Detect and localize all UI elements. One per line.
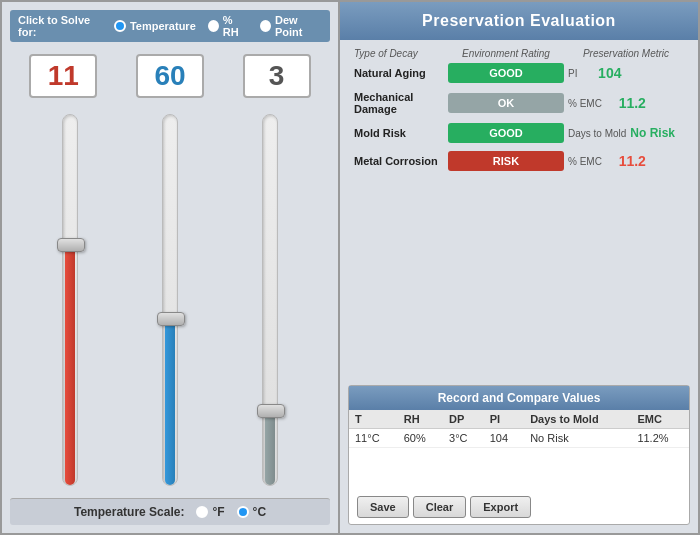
metric-value-mechanical-damage: 11.2 bbox=[606, 95, 646, 111]
radio-temperature[interactable]: Temperature bbox=[114, 20, 196, 32]
col-dp: DP bbox=[443, 410, 484, 429]
temperature-fill bbox=[65, 245, 75, 486]
record-table: T RH DP PI Days to Mold EMC 11°C 60% 3°C… bbox=[349, 410, 689, 448]
radio-dot-c[interactable] bbox=[237, 506, 249, 518]
radio-label-dewpoint: Dew Point bbox=[275, 14, 322, 38]
radio-label-temperature: Temperature bbox=[130, 20, 196, 32]
sliders-row bbox=[10, 110, 330, 490]
metric-label-mechanical-damage: % EMC bbox=[568, 98, 602, 109]
row1-days: No Risk bbox=[524, 429, 631, 448]
dewpoint-slider-track[interactable] bbox=[262, 114, 278, 486]
radio-celsius[interactable]: °C bbox=[237, 505, 266, 519]
clear-button[interactable]: Clear bbox=[413, 496, 467, 518]
col-t: T bbox=[349, 410, 398, 429]
left-panel: Click to Solve for: Temperature % RH Dew… bbox=[0, 0, 340, 535]
row-mold-risk: Mold Risk GOOD Days to Mold No Risk bbox=[350, 123, 688, 143]
col-emc: EMC bbox=[631, 410, 689, 429]
temperature-value[interactable]: 11 bbox=[29, 54, 97, 98]
label-natural-aging: Natural Aging bbox=[354, 67, 444, 79]
header-type: Type of Decay bbox=[354, 48, 444, 59]
radio-dot-temperature[interactable] bbox=[114, 20, 126, 32]
metric-value-natural-aging: 104 bbox=[581, 65, 621, 81]
metric-metal-corrosion: % EMC 11.2 bbox=[568, 153, 684, 169]
metric-natural-aging: PI 104 bbox=[568, 65, 684, 81]
value-inputs-row: 11 60 3 bbox=[10, 54, 330, 98]
row1-emc: 11.2% bbox=[631, 429, 689, 448]
export-button[interactable]: Export bbox=[470, 496, 531, 518]
label-metal-corrosion: Metal Corrosion bbox=[354, 155, 444, 167]
decay-table: Type of Decay Environment Rating Preserv… bbox=[340, 40, 698, 385]
row1-pi: 104 bbox=[484, 429, 524, 448]
header-metric: Preservation Metric bbox=[568, 48, 684, 59]
label-fahrenheit: °F bbox=[212, 505, 224, 519]
radio-dot-f[interactable] bbox=[196, 506, 208, 518]
record-row-1: 11°C 60% 3°C 104 No Risk 11.2% bbox=[349, 429, 689, 448]
metric-label-mold-risk: Days to Mold bbox=[568, 128, 626, 139]
radio-dot-dewpoint[interactable] bbox=[260, 20, 271, 32]
dewpoint-thumb[interactable] bbox=[257, 404, 285, 418]
header-env: Environment Rating bbox=[448, 48, 564, 59]
record-table-header-row: T RH DP PI Days to Mold EMC bbox=[349, 410, 689, 429]
col-rh: RH bbox=[398, 410, 443, 429]
solve-bar: Click to Solve for: Temperature % RH Dew… bbox=[10, 10, 330, 42]
solve-label: Click to Solve for: bbox=[18, 14, 102, 38]
radio-label-rh: % RH bbox=[223, 14, 248, 38]
temp-scale-label: Temperature Scale: bbox=[74, 505, 185, 519]
radio-dewpoint[interactable]: Dew Point bbox=[260, 14, 322, 38]
record-body: T RH DP PI Days to Mold EMC 11°C 60% 3°C… bbox=[349, 410, 689, 490]
rh-slider-container bbox=[145, 110, 195, 490]
badge-mold-risk: GOOD bbox=[448, 123, 564, 143]
metric-label-metal-corrosion: % EMC bbox=[568, 156, 602, 167]
metric-value-metal-corrosion: 11.2 bbox=[606, 153, 646, 169]
rh-thumb[interactable] bbox=[157, 312, 185, 326]
rh-value[interactable]: 60 bbox=[136, 54, 204, 98]
radio-fahrenheit[interactable]: °F bbox=[196, 505, 224, 519]
label-celsius: °C bbox=[253, 505, 266, 519]
rh-fill bbox=[165, 319, 175, 486]
label-mechanical-damage: Mechanical Damage bbox=[354, 91, 444, 115]
record-section: Record and Compare Values T RH DP PI Day… bbox=[348, 385, 690, 525]
col-pi: PI bbox=[484, 410, 524, 429]
row1-dp: 3°C bbox=[443, 429, 484, 448]
metric-label-natural-aging: PI bbox=[568, 68, 577, 79]
metric-mold-risk: Days to Mold No Risk bbox=[568, 126, 684, 140]
row-metal-corrosion: Metal Corrosion RISK % EMC 11.2 bbox=[350, 151, 688, 171]
save-button[interactable]: Save bbox=[357, 496, 409, 518]
temperature-thumb[interactable] bbox=[57, 238, 85, 252]
badge-natural-aging: GOOD bbox=[448, 63, 564, 83]
temperature-slider-track[interactable] bbox=[62, 114, 78, 486]
dewpoint-value[interactable]: 3 bbox=[243, 54, 311, 98]
dewpoint-slider-container bbox=[245, 110, 295, 490]
record-header: Record and Compare Values bbox=[349, 386, 689, 410]
temp-scale-bar: Temperature Scale: °F °C bbox=[10, 498, 330, 525]
temperature-slider-container bbox=[45, 110, 95, 490]
col-days: Days to Mold bbox=[524, 410, 631, 429]
dewpoint-fill bbox=[265, 411, 275, 485]
right-panel: Preservation Evaluation Type of Decay En… bbox=[340, 0, 700, 535]
metric-value-mold-risk: No Risk bbox=[630, 126, 675, 140]
record-buttons: Save Clear Export bbox=[349, 490, 689, 524]
preservation-header: Preservation Evaluation bbox=[340, 2, 698, 40]
rh-slider-track[interactable] bbox=[162, 114, 178, 486]
label-mold-risk: Mold Risk bbox=[354, 127, 444, 139]
row1-rh: 60% bbox=[398, 429, 443, 448]
table-header-row: Type of Decay Environment Rating Preserv… bbox=[350, 48, 688, 59]
radio-dot-rh[interactable] bbox=[208, 20, 219, 32]
row-mechanical-damage: Mechanical Damage OK % EMC 11.2 bbox=[350, 91, 688, 115]
badge-metal-corrosion: RISK bbox=[448, 151, 564, 171]
badge-mechanical-damage: OK bbox=[448, 93, 564, 113]
metric-mechanical-damage: % EMC 11.2 bbox=[568, 95, 684, 111]
row-natural-aging: Natural Aging GOOD PI 104 bbox=[350, 63, 688, 83]
row1-t: 11°C bbox=[349, 429, 398, 448]
radio-rh[interactable]: % RH bbox=[208, 14, 248, 38]
